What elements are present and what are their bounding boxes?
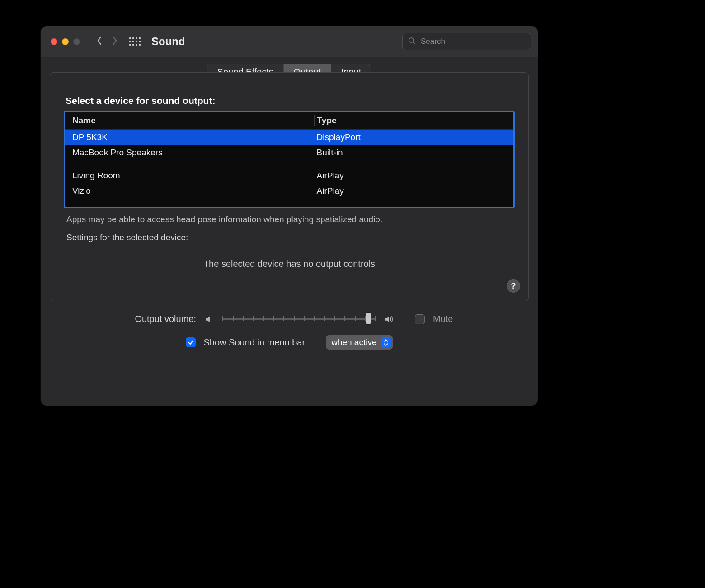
device-type: Built-in [314, 148, 509, 158]
mute-label: Mute [433, 314, 453, 324]
help-icon: ? [511, 281, 516, 291]
volume-min-icon [204, 314, 214, 324]
table-row[interactable]: DP 5K3K DisplayPort [65, 130, 513, 145]
search-field[interactable] [402, 33, 531, 50]
chevron-right-icon [111, 36, 118, 47]
close-window-button[interactable] [51, 38, 57, 45]
window-title: Sound [151, 35, 185, 48]
titlebar: Sound [41, 26, 538, 57]
slider-thumb[interactable] [366, 313, 371, 324]
search-icon [408, 37, 415, 46]
table-row[interactable]: MacBook Pro Speakers Built-in [65, 145, 513, 160]
checkmark-icon [188, 339, 194, 345]
column-header-name[interactable]: Name [70, 116, 314, 126]
popup-stepper-icon [381, 337, 391, 348]
svg-point-0 [409, 38, 414, 42]
output-panel: Select a device for sound output: Name T… [50, 72, 529, 301]
volume-max-icon [384, 314, 394, 324]
search-input[interactable] [420, 37, 526, 47]
footer: Output volume: [50, 314, 529, 350]
show-all-prefs-button[interactable] [127, 33, 142, 50]
column-header-type[interactable]: Type [314, 115, 509, 127]
output-device-table[interactable]: Name Type DP 5K3K DisplayPort MacBook Pr… [64, 111, 515, 208]
device-name: DP 5K3K [70, 132, 314, 142]
device-name: Living Room [70, 171, 314, 181]
output-volume-slider[interactable] [222, 314, 376, 324]
device-type: DisplayPort [314, 132, 509, 142]
spatial-audio-hint: Apps may be able to access head pose inf… [66, 215, 512, 224]
output-volume-row: Output volume: [56, 314, 522, 324]
window-controls [51, 38, 80, 45]
back-button[interactable] [92, 33, 107, 50]
output-volume-label: Output volume: [56, 314, 196, 324]
device-type: AirPlay [314, 171, 509, 181]
zoom-window-button [73, 38, 80, 45]
menubar-visibility-popup[interactable]: when active [326, 335, 393, 350]
output-device-heading: Select a device for sound output: [66, 95, 515, 106]
mute-checkbox[interactable] [415, 314, 425, 324]
device-name: MacBook Pro Speakers [70, 148, 314, 158]
grid-icon [129, 37, 141, 46]
sound-preferences-window: Sound Sound Effects Output Input Select … [41, 26, 538, 406]
popup-value: when active [331, 337, 376, 347]
device-settings-label: Settings for the selected device: [66, 233, 512, 243]
minimize-window-button[interactable] [62, 38, 69, 45]
table-row[interactable]: Vizio AirPlay [65, 183, 513, 199]
table-header: Name Type [65, 112, 513, 130]
device-type: AirPlay [314, 186, 509, 196]
forward-button [107, 33, 122, 50]
show-in-menubar-checkbox[interactable] [186, 337, 196, 347]
chevron-left-icon [96, 36, 103, 47]
svg-line-1 [413, 42, 415, 44]
no-output-controls-text: The selected device has no output contro… [64, 259, 515, 269]
device-name: Vizio [70, 186, 314, 196]
table-separator [70, 164, 508, 164]
table-row[interactable]: Living Room AirPlay [65, 168, 513, 183]
menubar-row: Show Sound in menu bar when active [56, 335, 522, 350]
show-in-menubar-label: Show Sound in menu bar [204, 337, 306, 348]
help-button[interactable]: ? [507, 279, 520, 293]
body: Sound Effects Output Input Select a devi… [41, 64, 538, 360]
